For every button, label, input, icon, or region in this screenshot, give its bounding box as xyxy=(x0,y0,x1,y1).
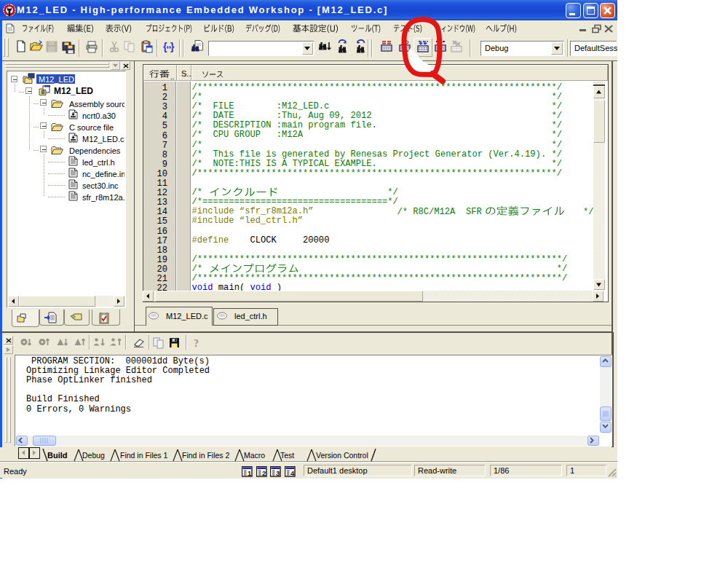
svg-text:1: 1 xyxy=(248,469,252,477)
svg-text:}: } xyxy=(170,41,175,52)
svg-text:4: 4 xyxy=(290,469,295,477)
svg-text:2: 2 xyxy=(262,469,266,477)
svg-text:{: { xyxy=(163,41,167,52)
svg-text:?: ? xyxy=(194,338,199,349)
svg-text:B: B xyxy=(41,90,45,95)
svg-text:3: 3 xyxy=(276,469,280,477)
